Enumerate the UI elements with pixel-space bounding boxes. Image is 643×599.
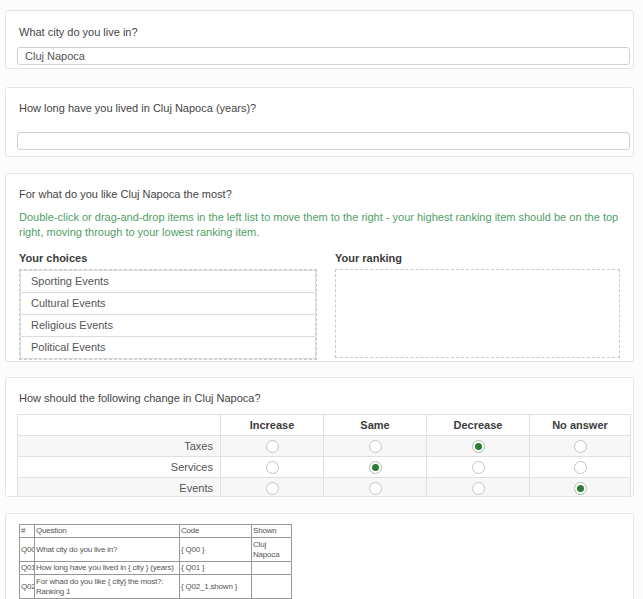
summary-header-shown: Shown <box>252 525 292 538</box>
summary-table: # Question Code Shown Q00 What city do y… <box>19 524 292 599</box>
question-panel-matrix: How should the following change in Cluj … <box>5 377 634 497</box>
summary-cell-question: For whad do you like { city} the most?: … <box>35 575 180 599</box>
choice-item-sporting-events[interactable]: Sporting Events <box>20 270 316 293</box>
radio-events-increase[interactable] <box>266 482 279 495</box>
radio-services-same[interactable] <box>369 461 382 474</box>
radio-events-no-answer[interactable] <box>574 482 587 495</box>
matrix-header-row: Increase Same Decrease No answer <box>18 415 631 436</box>
summary-cell-question: How long have you lived in { city } (yea… <box>35 562 180 575</box>
radio-services-no-answer[interactable] <box>574 461 587 474</box>
question-panel-city: What city do you live in? <box>5 10 634 69</box>
choice-item-cultural-events[interactable]: Cultural Events <box>20 292 316 315</box>
choices-label: Your choices <box>19 252 317 264</box>
matrix-corner-cell <box>18 415 221 436</box>
matrix-row-events: Events <box>18 478 631 498</box>
radio-taxes-no-answer[interactable] <box>574 440 587 453</box>
summary-cell-shown <box>252 562 292 575</box>
matrix-row-taxes: Taxes <box>18 436 631 457</box>
ranking-area: Your choices Sporting Events Cultural Ev… <box>19 252 620 360</box>
matrix-col-same: Same <box>324 415 427 436</box>
summary-cell-shown: Cluj Napoca <box>252 538 292 562</box>
ranking-drop-zone[interactable] <box>335 269 620 358</box>
choices-list: Sporting Events Cultural Events Religiou… <box>19 269 317 360</box>
summary-cell-question: What city do you live in? <box>35 538 180 562</box>
summary-row-q01: Q01 How long have you lived in { city } … <box>20 562 292 575</box>
radio-taxes-increase[interactable] <box>266 440 279 453</box>
ranking-instruction: Double-click or drag-and-drop items in t… <box>19 210 620 240</box>
matrix-col-no-answer: No answer <box>530 415 631 436</box>
summary-cell-num: Q00 <box>20 538 35 562</box>
summary-header-num: # <box>20 525 35 538</box>
summary-cell-code: { Q02_1.shown } <box>180 575 252 599</box>
question-text-matrix: How should the following change in Cluj … <box>19 392 620 405</box>
ranking-label: Your ranking <box>335 252 620 264</box>
choice-item-religious-events[interactable]: Religious Events <box>20 314 316 337</box>
radio-events-same[interactable] <box>369 482 382 495</box>
summary-header-row: # Question Code Shown <box>20 525 292 538</box>
matrix-table: Increase Same Decrease No answer Taxes S… <box>17 414 631 497</box>
matrix-row-services: Services <box>18 457 631 478</box>
row-label-services: Services <box>18 457 221 478</box>
matrix-col-increase: Increase <box>221 415 324 436</box>
summary-row-q02-1: Q02 For whad do you like { city} the mos… <box>20 575 292 599</box>
question-panel-years: How long have you lived in Cluj Napoca (… <box>5 87 634 157</box>
ranking-column: Your ranking <box>335 252 620 360</box>
radio-taxes-decrease[interactable] <box>472 440 485 453</box>
summary-cell-code: { Q01 } <box>180 562 252 575</box>
city-input[interactable] <box>17 47 630 65</box>
summary-cell-code: { Q00 } <box>180 538 252 562</box>
summary-header-code: Code <box>180 525 252 538</box>
row-label-events: Events <box>18 478 221 498</box>
summary-cell-num: Q02 <box>20 575 35 599</box>
radio-taxes-same[interactable] <box>369 440 382 453</box>
summary-cell-num: Q01 <box>20 562 35 575</box>
matrix-col-decrease: Decrease <box>427 415 530 436</box>
summary-row-q00: Q00 What city do you live in? { Q00 } Cl… <box>20 538 292 562</box>
summary-cell-shown <box>252 575 292 599</box>
radio-services-increase[interactable] <box>266 461 279 474</box>
summary-header-question: Question <box>35 525 180 538</box>
choice-item-political-events[interactable]: Political Events <box>20 336 316 359</box>
radio-services-decrease[interactable] <box>472 461 485 474</box>
summary-panel: # Question Code Shown Q00 What city do y… <box>5 513 634 599</box>
choices-column: Your choices Sporting Events Cultural Ev… <box>19 252 317 360</box>
question-text-city: What city do you live in? <box>19 26 620 39</box>
years-input[interactable] <box>17 132 630 150</box>
question-panel-ranking: For what do you like Cluj Napoca the mos… <box>5 173 634 362</box>
row-label-taxes: Taxes <box>18 436 221 457</box>
question-text-ranking: For what do you like Cluj Napoca the mos… <box>19 188 620 201</box>
question-text-years: How long have you lived in Cluj Napoca (… <box>19 102 620 115</box>
radio-events-decrease[interactable] <box>472 482 485 495</box>
